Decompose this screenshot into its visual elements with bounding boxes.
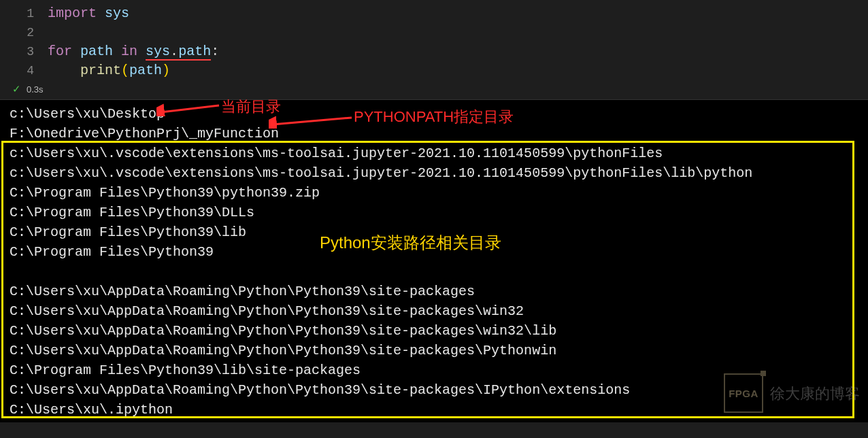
output-line: C:\Program Files\Python39	[10, 242, 858, 262]
output-line: c:\Users\xu\.vscode\extensions\ms-toolsa…	[10, 163, 858, 183]
line-number: 4	[0, 61, 48, 80]
output-line	[10, 262, 858, 282]
line-number: 3	[0, 42, 48, 61]
execution-time: 0.3s	[27, 84, 44, 95]
output-line: C:\Program Files\Python39\python39.zip	[10, 183, 858, 203]
cell-status: ✓ 0.3s	[0, 80, 868, 99]
output-line: C:\Program Files\Python39\lib	[10, 222, 858, 242]
output-line: F:\Onedrive\PythonPrj\_myFunction	[10, 124, 858, 144]
code-content[interactable]: import sys	[48, 4, 129, 23]
output-line: C:\Users\xu\AppData\Roaming\Python\Pytho…	[10, 380, 858, 400]
code-line[interactable]: 1import sys	[0, 4, 868, 23]
code-line[interactable]: 2	[0, 23, 868, 42]
output-line: C:\Users\xu\AppData\Roaming\Python\Pytho…	[10, 341, 858, 360]
output-line: C:\Program Files\Python39\DLLs	[10, 203, 858, 222]
output-line: C:\Program Files\Python39\lib\site-packa…	[10, 360, 858, 380]
line-number: 1	[0, 4, 48, 23]
output-line: C:\Users\xu\AppData\Roaming\Python\Pytho…	[10, 321, 858, 341]
output-line: C:\Users\xu\.ipython	[10, 400, 858, 420]
success-check-icon: ✓	[12, 83, 21, 95]
code-content[interactable]: for path in sys.path:	[48, 42, 219, 61]
output-line: c:\Users\xu\.vscode\extensions\ms-toolsa…	[10, 144, 858, 163]
output-line: C:\Users\xu\AppData\Roaming\Python\Pytho…	[10, 301, 858, 321]
code-line[interactable]: 3for path in sys.path:	[0, 42, 868, 61]
code-line[interactable]: 4 print(path)	[0, 61, 868, 80]
code-content[interactable]: print(path)	[48, 61, 170, 80]
line-number: 2	[0, 23, 48, 42]
output-panel[interactable]: c:\Users\xu\DesktopF:\Onedrive\PythonPrj…	[0, 99, 868, 422]
output-line: c:\Users\xu\Desktop	[10, 104, 858, 124]
code-editor[interactable]: 1import sys23for path in sys.path:4 prin…	[0, 0, 868, 80]
output-line: C:\Users\xu\AppData\Roaming\Python\Pytho…	[10, 282, 858, 301]
